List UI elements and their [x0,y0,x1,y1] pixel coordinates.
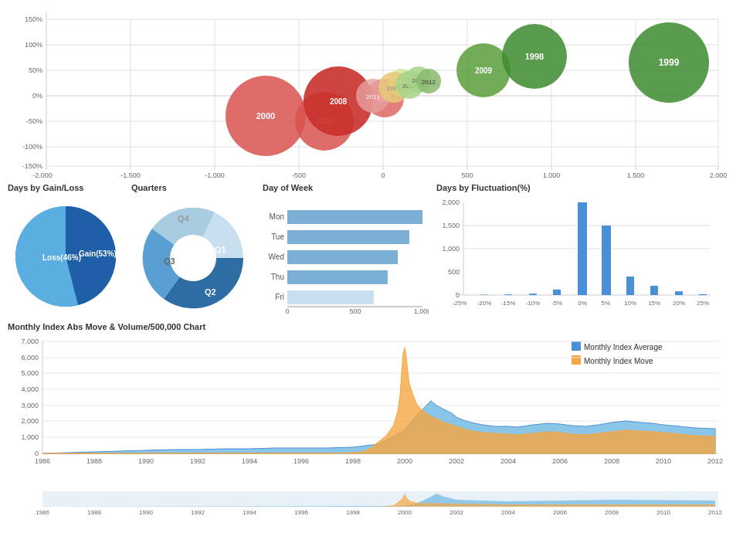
svg-text:0%: 0% [32,92,42,100]
legend-move-label: Monthly Index Move [584,357,653,365]
svg-text:0: 0 [381,171,385,178]
gain-loss-title: Days by Gain/Loss [8,183,127,192]
monthly-section: Monthly Index Abs Move & Volume/500,000 … [8,322,734,516]
svg-text:500: 500 [461,171,473,178]
svg-text:500: 500 [448,268,460,276]
svg-text:100%: 100% [25,41,42,49]
svg-text:2,000: 2,000 [710,171,728,178]
svg-text:1996: 1996 [294,509,308,514]
fluct-chart: 0 500 1,000 1,500 2,000 [436,195,714,314]
svg-text:10%: 10% [624,300,636,307]
svg-text:Q3: Q3 [164,256,175,266]
fluct-bar-25 [699,294,707,295]
fluct-bar-20 [675,291,683,295]
svg-text:1,000: 1,000 [442,245,460,253]
svg-text:1990: 1990 [139,509,153,514]
svg-text:1,500: 1,500 [627,171,645,178]
svg-text:2009: 2009 [475,66,493,75]
svg-text:0: 0 [285,307,289,314]
scrollbar-chart: 1986 1988 1990 1992 1994 1996 1998 2000 … [8,487,734,514]
gain-loss-pie: Loss(46%) Gain(53%) [8,195,124,314]
svg-text:-25%: -25% [453,300,467,307]
svg-text:Fri: Fri [275,293,284,301]
tue-bar [287,230,409,244]
svg-text:2004: 2004 [500,457,516,465]
svg-text:Thu: Thu [271,273,284,281]
svg-text:2006: 2006 [552,457,568,465]
svg-text:2010: 2010 [656,457,671,465]
svg-text:0%: 0% [578,300,587,307]
svg-text:50%: 50% [29,66,42,74]
svg-text:Q2: Q2 [205,287,216,297]
svg-text:-1,500: -1,500 [120,171,141,178]
svg-text:Wed: Wed [269,253,284,261]
fluct-bar--20 [480,295,488,296]
svg-text:1992: 1992 [191,509,205,514]
svg-text:-100%: -100% [22,143,42,151]
fluct-bar-0 [578,202,587,295]
svg-text:2000: 2000 [256,111,275,120]
bubble-chart: Index Gain % 150% 100% 50% 0% -50% -100% [8,4,734,178]
svg-text:2008: 2008 [330,97,348,106]
fluct-bar-5 [602,226,611,295]
svg-text:Q1: Q1 [215,245,226,254]
svg-text:-5%: -5% [551,300,562,307]
svg-text:25%: 25% [697,300,709,307]
svg-text:1,000: 1,000 [21,433,39,441]
svg-text:-20%: -20% [477,300,492,307]
svg-text:-150%: -150% [22,162,42,170]
svg-text:2012: 2012 [708,509,722,514]
svg-text:5,000: 5,000 [21,369,39,377]
svg-text:2000: 2000 [398,509,412,514]
fluct-bar-15 [650,286,658,295]
svg-text:2002: 2002 [449,457,464,465]
svg-text:500: 500 [349,307,361,314]
svg-text:2006: 2006 [553,509,567,514]
svg-text:20%: 20% [673,300,685,307]
legend-move-box [572,355,581,365]
svg-text:2012: 2012 [422,79,436,86]
svg-text:2000: 2000 [397,457,412,465]
svg-text:5%: 5% [601,300,610,307]
svg-text:2011: 2011 [366,93,380,100]
svg-text:1994: 1994 [243,509,256,514]
svg-text:1998: 1998 [525,52,544,61]
svg-text:4,000: 4,000 [21,385,39,393]
svg-text:15%: 15% [648,300,660,307]
fluct-bar--5 [553,290,561,295]
svg-text:1986: 1986 [35,457,50,465]
svg-text:Mon: Mon [270,212,284,221]
fluctuation-title: Days by Fluctuation(%) [436,183,734,192]
svg-text:1998: 1998 [345,457,361,465]
svg-text:2008: 2008 [604,457,619,465]
dow-section: Day of Week Mon Tue Wed Thu Fri [263,183,433,316]
thu-bar [287,270,388,284]
gain-loss-section: Days by Gain/Loss Loss(46%) Gain(53%) [8,183,127,316]
svg-text:150%: 150% [25,15,42,23]
svg-text:2,000: 2,000 [442,199,460,206]
svg-text:2008: 2008 [605,509,619,514]
legend-average-box [572,341,581,351]
svg-text:1,500: 1,500 [442,222,460,229]
svg-text:Tue: Tue [271,232,284,241]
quarters-section: Quarters Q1 Q2 [131,183,259,316]
svg-text:-15%: -15% [501,300,516,307]
svg-text:7,000: 7,000 [21,338,39,345]
monthly-title: Monthly Index Abs Move & Volume/500,000 … [8,322,734,331]
dow-chart: Mon Tue Wed Thu Fri 0 500 1,000 [263,195,429,314]
svg-text:1994: 1994 [242,457,257,465]
svg-text:1,000: 1,000 [543,171,561,178]
dow-title: Day of Week [263,183,433,192]
donut-hole [170,235,216,281]
wed-bar [287,250,398,264]
svg-text:2010: 2010 [656,509,670,514]
quarters-title: Quarters [131,183,259,192]
svg-text:Gain(53%): Gain(53%) [79,249,117,258]
svg-text:-50%: -50% [26,117,42,125]
svg-text:1986: 1986 [36,509,49,514]
bubble-chart-container: Index Gain % 150% 100% 50% 0% -50% -100% [8,4,735,179]
svg-text:2,000: 2,000 [21,417,39,425]
svg-text:2002: 2002 [450,509,463,514]
svg-text:6,000: 6,000 [21,354,39,361]
svg-text:1,000: 1,000 [414,307,429,314]
